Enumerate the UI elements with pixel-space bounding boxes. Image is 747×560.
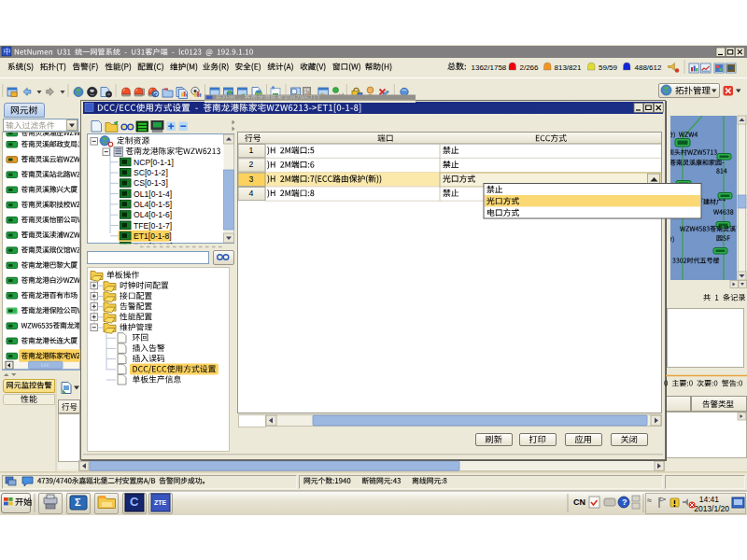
- svg-text:4: 4: [249, 189, 254, 198]
- svg-text:2013/1/20: 2013/1/20: [694, 504, 729, 513]
- svg-text:CS[0-1-3]: CS[0-1-3]: [134, 178, 168, 188]
- svg-text:≈: ≈: [647, 496, 652, 505]
- svg-text:NCP[0-1-1]: NCP[0-1-1]: [134, 158, 174, 167]
- svg-text:Σ: Σ: [75, 497, 81, 508]
- svg-text:1362/1758: 1362/1758: [472, 63, 507, 72]
- svg-text:?: ?: [622, 497, 627, 507]
- svg-text:SC[0-1-2]: SC[0-1-2]: [134, 168, 168, 177]
- svg-text:ZTE: ZTE: [154, 499, 167, 506]
- svg-text:OL4[0-1-5]: OL4[0-1-5]: [134, 200, 172, 209]
- svg-text:2: 2: [249, 160, 254, 169]
- svg-text:3: 3: [249, 175, 254, 184]
- svg-text:C: C: [130, 495, 139, 509]
- svg-text:14:41: 14:41: [699, 495, 720, 504]
- svg-text:OL1[0-1-4]: OL1[0-1-4]: [134, 189, 172, 199]
- svg-text:813/821: 813/821: [555, 63, 582, 72]
- svg-text:1: 1: [249, 146, 254, 155]
- svg-text:CN: CN: [573, 497, 585, 507]
- svg-text:2/266: 2/266: [520, 63, 540, 72]
- svg-text:ET1[0-1-8]: ET1[0-1-8]: [134, 231, 172, 241]
- svg-text:59/59: 59/59: [599, 63, 618, 72]
- svg-text:OL4[0-1-6]: OL4[0-1-6]: [134, 210, 172, 219]
- svg-text:TFE[0-1-7]: TFE[0-1-7]: [134, 221, 172, 231]
- svg-text:488/612: 488/612: [635, 63, 662, 72]
